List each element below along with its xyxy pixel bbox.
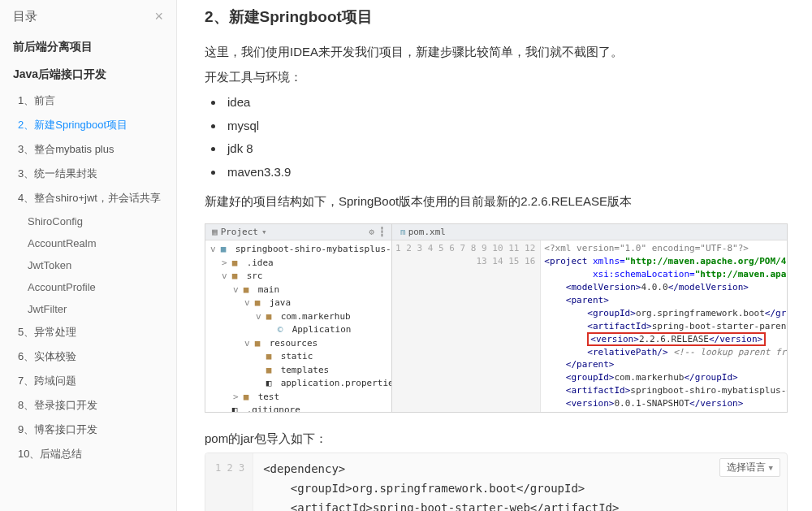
toc-item[interactable]: Java后端接口开发 <box>0 61 176 89</box>
article-main: 2、新建Springboot项目 这里，我们使用IDEA来开发我们项目，新建步骤… <box>177 0 812 511</box>
close-icon[interactable]: × <box>154 8 163 25</box>
tree-row[interactable]: ■ static <box>207 350 390 364</box>
ide-panel-head: ▦ Project ▾ ⚙ ┇ <box>205 224 391 240</box>
ide-source: <?xml version="1.0" encoding="UTF-8"?> <… <box>541 240 787 412</box>
code-editor: 1 2 3 4 5 6 7 8 9 10 11 12 13 14 15 16 <… <box>392 240 787 412</box>
ide-project-panel: ▦ Project ▾ ⚙ ┇ v■ springboot-shiro-myba… <box>205 224 392 412</box>
sidebar-header: 目录 × <box>0 5 176 33</box>
toc-item[interactable]: ShiroConfig <box>0 210 176 232</box>
snippet-source: <dependency> <groupId>org.springframewor… <box>253 453 787 511</box>
tools-list: ideamysqljdk 8maven3.3.9 <box>224 91 788 184</box>
list-item: mysql <box>224 115 788 138</box>
ide-panel-title: Project <box>221 227 258 237</box>
article-paragraph: 开发工具与环境： <box>205 66 788 88</box>
toc-item[interactable]: 8、登录接口开发 <box>0 393 176 418</box>
project-dropdown-icon[interactable]: ▦ <box>212 227 218 237</box>
toc-item[interactable]: 7、跨域问题 <box>0 369 176 393</box>
toc-item[interactable]: AccountProfile <box>0 276 176 298</box>
language-select-label: 选择语言 <box>727 461 766 474</box>
article-paragraph: pom的jar包导入如下： <box>205 427 788 449</box>
tree-row[interactable]: >■ test <box>207 391 390 405</box>
chevron-down-icon: ▼ <box>769 464 773 472</box>
ide-editor-panel: mpom.xml 1 2 3 4 5 6 7 8 9 10 11 12 13 1… <box>392 224 787 412</box>
tree-row[interactable]: v■ java <box>207 297 390 310</box>
toc-item[interactable]: 10、后端总结 <box>0 442 176 466</box>
toc-item[interactable]: 2、新建Springboot项目 <box>0 113 176 137</box>
list-item: idea <box>224 91 788 115</box>
project-tree[interactable]: v■ springboot-shiro-mybatisplus-demo D:\… <box>205 240 391 412</box>
tree-row[interactable]: v■ com.markerhub <box>207 310 390 324</box>
editor-tab[interactable]: mpom.xml <box>392 224 787 240</box>
code-snippet: 1 2 3 <dependency> <groupId>org.springfr… <box>205 453 788 511</box>
toc-item[interactable]: 前后端分离项目 <box>0 33 176 61</box>
tree-row[interactable]: v■ springboot-shiro-mybatisplus-demo D:\… <box>207 243 390 257</box>
toc-item[interactable]: AccountRealm <box>0 232 176 254</box>
tree-row[interactable]: ◧ .gitignore <box>207 404 390 412</box>
language-select[interactable]: 选择语言 ▼ <box>719 458 780 477</box>
toc-item[interactable]: 3、统一结果封装 <box>0 162 176 186</box>
ide-screenshot: ▦ Project ▾ ⚙ ┇ v■ springboot-shiro-myba… <box>205 223 788 413</box>
ide-gutter: 1 2 3 4 5 6 7 8 9 10 11 12 13 14 15 16 <box>392 240 541 412</box>
tree-row[interactable]: v■ resources <box>207 337 390 351</box>
toc-item[interactable]: 3、整合mybatis plus <box>0 137 176 162</box>
list-item: jdk 8 <box>224 137 788 161</box>
article-paragraph: 这里，我们使用IDEA来开发我们项目，新建步骤比较简单，我们就不截图了。 <box>205 41 788 63</box>
toc-item[interactable]: JwtToken <box>0 254 176 276</box>
toc-item[interactable]: 9、博客接口开发 <box>0 418 176 442</box>
tree-row[interactable]: © Application <box>207 323 390 337</box>
toc-item[interactable]: 4、整合shiro+jwt，并会话共享 <box>0 186 176 210</box>
tree-row[interactable]: >■ .idea <box>207 257 390 271</box>
toc-sidebar: 目录 × 前后端分离项目Java后端接口开发1、前言2、新建Springboot… <box>0 0 177 511</box>
maven-icon: m <box>400 227 406 237</box>
list-item: maven3.3.9 <box>224 161 788 184</box>
tree-row[interactable]: ◧ application.properties <box>207 377 390 391</box>
tree-row[interactable]: ■ templates <box>207 364 390 378</box>
tree-row[interactable]: v■ main <box>207 284 390 297</box>
toc-list: 前后端分离项目Java后端接口开发1、前言2、新建Springboot项目3、整… <box>0 33 176 466</box>
toc-item[interactable]: JwtFilter <box>0 298 176 320</box>
toc-item[interactable]: 5、异常处理 <box>0 320 176 344</box>
editor-tab-label: pom.xml <box>408 227 446 237</box>
tree-row[interactable]: v■ src <box>207 270 390 284</box>
toc-item[interactable]: 1、前言 <box>0 89 176 113</box>
toc-item[interactable]: 6、实体校验 <box>0 344 176 369</box>
gear-icon[interactable]: ⚙ ┇ <box>369 227 385 237</box>
article-heading: 2、新建Springboot项目 <box>205 6 788 28</box>
chevron-down-icon[interactable]: ▾ <box>261 227 267 237</box>
snippet-gutter: 1 2 3 <box>205 453 253 511</box>
sidebar-title: 目录 <box>13 9 37 24</box>
article-paragraph: 新建好的项目结构如下，SpringBoot版本使用的目前最新的2.2.6.REL… <box>205 190 788 212</box>
